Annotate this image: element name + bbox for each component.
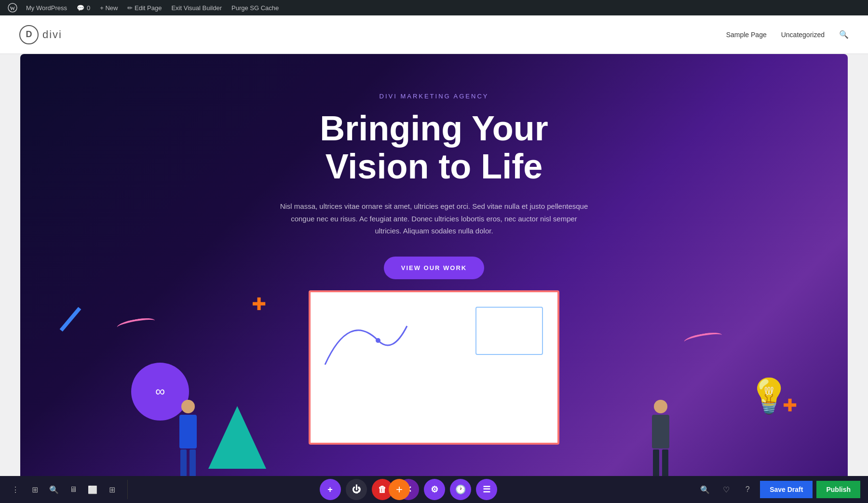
decoration-cross-right: ✚ [783,395,797,416]
exit-vb-button[interactable]: Exit Visual Builder [166,0,227,15]
decoration-teal-shape [208,406,266,469]
person-figure-right [652,400,669,478]
site-logo[interactable]: D divi [19,25,62,44]
toolbar-add-button[interactable]: + [320,479,341,500]
toolbar-right-section: 🔍 ♡ ? Save Draft Publish [689,481,868,498]
publish-button[interactable]: Publish [816,481,860,498]
toolbar-history-button[interactable]: 🕐 [450,479,471,500]
save-draft-button[interactable]: Save Draft [760,481,813,498]
bottom-toolbar: ⋮ ⊞ 🔍 🖥 ⬜ ⊞ + ⏻ 🗑 ✕ ⚙ 🕐 ☰ + 🔍 ♡ ? Save D… [0,476,868,503]
decoration-squiggle-left [116,316,156,332]
search-icon[interactable]: 🔍 [839,30,849,39]
toolbar-device-icon[interactable]: 🖥 [64,480,83,499]
toolbar-zoom-icon[interactable]: 🔍 [696,481,714,498]
hero-cta-button[interactable]: VIEW OUR WORK [384,257,485,279]
new-button[interactable]: + New [95,0,122,15]
toolbar-help-icon[interactable]: ? [739,481,756,498]
toolbar-sections-icon[interactable]: ⊞ [25,480,44,499]
svg-point-2 [376,338,380,343]
site-header: D divi Sample Page Uncategorized 🔍 [0,15,868,54]
decoration-squiggle-right [683,330,723,347]
edit-page-button[interactable]: ✏ Edit Page [122,0,166,15]
hero-title: Bringing Your Vision to Life [265,109,603,186]
hero-description: Nisl massa, ultrices vitae ornare sit am… [280,200,588,237]
toolbar-menu-icon[interactable]: ⋮ [6,480,25,499]
hero-subtitle: DIVI MARKETING AGENCY [380,93,489,100]
whiteboard-inner-box [475,307,543,355]
decoration-cross: ✚ [252,294,266,314]
comments-button[interactable]: 💬 0 [72,0,95,15]
decoration-whiteboard [309,290,559,445]
site-nav: Sample Page Uncategorized 🔍 [726,30,849,39]
nav-uncategorized[interactable]: Uncategorized [781,31,825,39]
logo-text: divi [42,28,62,41]
admin-bar: W My WordPress 💬 0 + New ✏ Edit Page Exi… [0,0,868,15]
decoration-blue-stick [60,307,81,331]
logo-circle: D [19,25,39,44]
toolbar-power-button[interactable]: ⏻ [346,479,367,500]
comments-icon: 💬 [77,4,84,12]
nav-sample-page[interactable]: Sample Page [726,31,767,39]
person-figure-left [179,400,197,478]
toolbar-layout-icon[interactable]: ⬜ [83,480,102,499]
svg-text:W: W [10,5,15,11]
toolbar-add-section-button[interactable]: + [389,479,410,500]
wp-logo[interactable]: W [4,0,21,15]
toolbar-favorite-icon[interactable]: ♡ [718,481,735,498]
toolbar-search-icon[interactable]: 🔍 [44,480,64,499]
site-name[interactable]: My WordPress [21,0,72,15]
hero-section: DIVI MARKETING AGENCY Bringing Your Visi… [20,54,848,483]
purge-cache-button[interactable]: Purge SG Cache [227,0,284,15]
toolbar-settings-button[interactable]: ⚙ [424,479,445,500]
toolbar-columns-button[interactable]: ☰ [476,479,497,500]
toolbar-left-section: ⋮ ⊞ 🔍 🖥 ⬜ ⊞ [0,480,128,499]
toolbar-grid-icon[interactable]: ⊞ [102,480,122,499]
